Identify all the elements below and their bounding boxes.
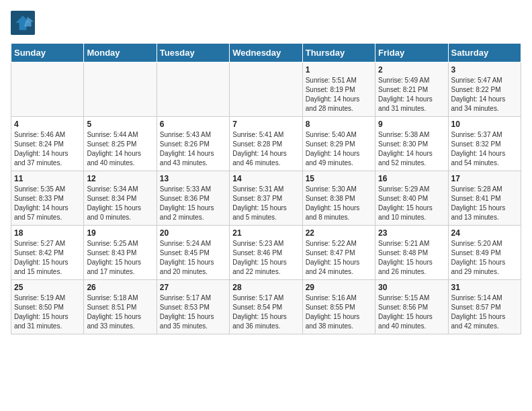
day-number: 12 [87, 174, 153, 183]
day-info: Sunrise: 5:25 AM Sunset: 8:43 PM Dayligh… [87, 239, 153, 277]
calendar-cell: 29Sunrise: 5:16 AM Sunset: 8:55 PM Dayli… [302, 280, 375, 334]
day-number: 2 [378, 65, 445, 75]
day-info: Sunrise: 5:15 AM Sunset: 8:56 PM Dayligh… [378, 293, 445, 331]
day-number: 3 [451, 65, 518, 75]
day-number: 23 [378, 228, 445, 238]
day-info: Sunrise: 5:44 AM Sunset: 8:25 PM Dayligh… [87, 130, 153, 168]
day-number: 21 [232, 228, 299, 238]
day-info: Sunrise: 5:41 AM Sunset: 8:28 PM Dayligh… [232, 130, 299, 168]
day-number: 30 [378, 283, 445, 292]
day-info: Sunrise: 5:28 AM Sunset: 8:41 PM Dayligh… [451, 185, 518, 222]
calendar-cell: 6Sunrise: 5:43 AM Sunset: 8:26 PM Daylig… [157, 117, 229, 171]
day-info: Sunrise: 5:17 AM Sunset: 8:53 PM Dayligh… [160, 293, 226, 331]
calendar-cell: 21Sunrise: 5:23 AM Sunset: 8:46 PM Dayli… [230, 226, 302, 280]
day-info: Sunrise: 5:47 AM Sunset: 8:22 PM Dayligh… [451, 76, 518, 113]
calendar-cell [157, 62, 229, 117]
calendar-cell: 8Sunrise: 5:40 AM Sunset: 8:29 PM Daylig… [302, 117, 375, 171]
calendar-cell: 22Sunrise: 5:22 AM Sunset: 8:47 PM Dayli… [302, 226, 375, 280]
calendar-cell: 13Sunrise: 5:33 AM Sunset: 8:36 PM Dayli… [157, 171, 229, 226]
calendar-cell: 30Sunrise: 5:15 AM Sunset: 8:56 PM Dayli… [375, 280, 448, 334]
day-info: Sunrise: 5:17 AM Sunset: 8:54 PM Dayligh… [232, 293, 299, 331]
logo-icon [11, 11, 35, 35]
day-number: 6 [160, 120, 226, 129]
calendar-cell [11, 62, 84, 117]
day-number: 9 [378, 120, 445, 129]
calendar-week-5: 25Sunrise: 5:19 AM Sunset: 8:50 PM Dayli… [11, 280, 521, 334]
calendar-header-row: SundayMondayTuesdayWednesdayThursdayFrid… [11, 44, 521, 62]
day-number: 19 [87, 228, 153, 238]
day-info: Sunrise: 5:40 AM Sunset: 8:29 PM Dayligh… [306, 130, 372, 168]
calendar-cell: 2Sunrise: 5:49 AM Sunset: 8:21 PM Daylig… [375, 62, 448, 117]
day-number: 16 [378, 174, 445, 183]
day-info: Sunrise: 5:33 AM Sunset: 8:36 PM Dayligh… [160, 185, 226, 222]
day-info: Sunrise: 5:30 AM Sunset: 8:38 PM Dayligh… [306, 185, 372, 222]
calendar-cell: 10Sunrise: 5:37 AM Sunset: 8:32 PM Dayli… [448, 117, 521, 171]
day-info: Sunrise: 5:38 AM Sunset: 8:30 PM Dayligh… [378, 130, 445, 168]
day-info: Sunrise: 5:23 AM Sunset: 8:46 PM Dayligh… [232, 239, 299, 277]
day-number: 5 [87, 120, 153, 129]
header-sunday: Sunday [11, 44, 84, 62]
day-number: 26 [87, 283, 153, 292]
day-info: Sunrise: 5:27 AM Sunset: 8:42 PM Dayligh… [14, 239, 81, 277]
day-info: Sunrise: 5:49 AM Sunset: 8:21 PM Dayligh… [378, 76, 445, 113]
calendar-cell: 19Sunrise: 5:25 AM Sunset: 8:43 PM Dayli… [84, 226, 157, 280]
calendar-week-3: 11Sunrise: 5:35 AM Sunset: 8:33 PM Dayli… [11, 171, 521, 226]
calendar-cell: 31Sunrise: 5:14 AM Sunset: 8:57 PM Dayli… [448, 280, 521, 334]
day-info: Sunrise: 5:19 AM Sunset: 8:50 PM Dayligh… [14, 293, 81, 331]
day-number: 7 [232, 120, 299, 129]
day-number: 22 [306, 228, 372, 238]
day-number: 11 [14, 174, 81, 183]
day-number: 24 [451, 228, 518, 238]
calendar-cell: 5Sunrise: 5:44 AM Sunset: 8:25 PM Daylig… [84, 117, 157, 171]
day-number: 31 [451, 283, 518, 292]
calendar-cell: 23Sunrise: 5:21 AM Sunset: 8:48 PM Dayli… [375, 226, 448, 280]
day-info: Sunrise: 5:16 AM Sunset: 8:55 PM Dayligh… [306, 293, 372, 331]
day-info: Sunrise: 5:29 AM Sunset: 8:40 PM Dayligh… [378, 185, 445, 222]
calendar-cell: 12Sunrise: 5:34 AM Sunset: 8:34 PM Dayli… [84, 171, 157, 226]
header-saturday: Saturday [448, 44, 521, 62]
calendar-cell: 20Sunrise: 5:24 AM Sunset: 8:45 PM Dayli… [157, 226, 229, 280]
day-number: 29 [306, 283, 372, 292]
calendar-cell: 1Sunrise: 5:51 AM Sunset: 8:19 PM Daylig… [302, 62, 375, 117]
calendar-cell: 17Sunrise: 5:28 AM Sunset: 8:41 PM Dayli… [448, 171, 521, 226]
day-number: 28 [232, 283, 299, 292]
calendar-cell: 18Sunrise: 5:27 AM Sunset: 8:42 PM Dayli… [11, 226, 84, 280]
calendar-week-2: 4Sunrise: 5:46 AM Sunset: 8:24 PM Daylig… [11, 117, 521, 171]
day-info: Sunrise: 5:51 AM Sunset: 8:19 PM Dayligh… [306, 76, 372, 113]
day-info: Sunrise: 5:18 AM Sunset: 8:51 PM Dayligh… [87, 293, 153, 331]
day-number: 10 [451, 120, 518, 129]
header-friday: Friday [375, 44, 448, 62]
day-info: Sunrise: 5:20 AM Sunset: 8:49 PM Dayligh… [451, 239, 518, 277]
calendar-week-4: 18Sunrise: 5:27 AM Sunset: 8:42 PM Dayli… [11, 226, 521, 280]
calendar-cell [230, 62, 302, 117]
day-info: Sunrise: 5:37 AM Sunset: 8:32 PM Dayligh… [451, 130, 518, 168]
calendar-cell: 3Sunrise: 5:47 AM Sunset: 8:22 PM Daylig… [448, 62, 521, 117]
day-info: Sunrise: 5:34 AM Sunset: 8:34 PM Dayligh… [87, 185, 153, 222]
day-number: 1 [306, 65, 372, 75]
calendar-cell: 28Sunrise: 5:17 AM Sunset: 8:54 PM Dayli… [230, 280, 302, 334]
day-info: Sunrise: 5:46 AM Sunset: 8:24 PM Dayligh… [14, 130, 81, 168]
calendar-cell: 4Sunrise: 5:46 AM Sunset: 8:24 PM Daylig… [11, 117, 84, 171]
calendar-cell [84, 62, 157, 117]
calendar-week-1: 1Sunrise: 5:51 AM Sunset: 8:19 PM Daylig… [11, 62, 521, 117]
header-tuesday: Tuesday [157, 44, 229, 62]
calendar-cell: 7Sunrise: 5:41 AM Sunset: 8:28 PM Daylig… [230, 117, 302, 171]
day-number: 20 [160, 228, 226, 238]
day-number: 13 [160, 174, 226, 183]
header-monday: Monday [84, 44, 157, 62]
calendar-cell: 27Sunrise: 5:17 AM Sunset: 8:53 PM Dayli… [157, 280, 229, 334]
calendar-cell: 14Sunrise: 5:31 AM Sunset: 8:37 PM Dayli… [230, 171, 302, 226]
day-info: Sunrise: 5:43 AM Sunset: 8:26 PM Dayligh… [160, 130, 226, 168]
page-header [11, 11, 521, 35]
day-info: Sunrise: 5:31 AM Sunset: 8:37 PM Dayligh… [232, 185, 299, 222]
day-number: 25 [14, 283, 81, 292]
calendar-cell: 26Sunrise: 5:18 AM Sunset: 8:51 PM Dayli… [84, 280, 157, 334]
calendar-cell: 9Sunrise: 5:38 AM Sunset: 8:30 PM Daylig… [375, 117, 448, 171]
day-info: Sunrise: 5:21 AM Sunset: 8:48 PM Dayligh… [378, 239, 445, 277]
day-number: 17 [451, 174, 518, 183]
header-thursday: Thursday [302, 44, 375, 62]
calendar-cell: 25Sunrise: 5:19 AM Sunset: 8:50 PM Dayli… [11, 280, 84, 334]
header-wednesday: Wednesday [230, 44, 302, 62]
day-info: Sunrise: 5:14 AM Sunset: 8:57 PM Dayligh… [451, 293, 518, 331]
day-number: 18 [14, 228, 81, 238]
